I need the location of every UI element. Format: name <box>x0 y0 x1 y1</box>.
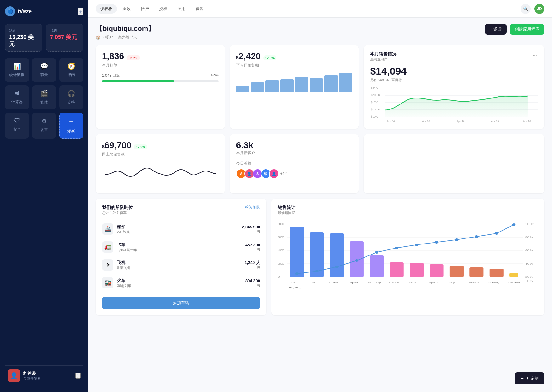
fleet-title: 我们的船队吨位 <box>102 205 133 210</box>
progress-pct-text: 62% <box>211 73 219 78</box>
heroes-avatars: A 👤 S 碩 👤 +42 <box>236 169 353 179</box>
sales-chart-card: 销售统计 最畅销国家 ··· 800 600 400 200 0 100% <box>271 199 544 315</box>
svg-point-44 <box>315 270 318 272</box>
fleet-link[interactable]: 检阅舰队 <box>245 205 260 210</box>
svg-text:Russia: Russia <box>469 281 479 284</box>
total-label: 网上总销售额 <box>102 152 219 157</box>
stats-grid: 1,836 ↓2.2% 本月订单 1,048 目标 62% <box>96 45 544 129</box>
calc-icon: 🖩 <box>14 90 20 97</box>
customize-label: ✦ 定制 <box>526 376 539 381</box>
svg-point-48 <box>395 247 398 249</box>
tab-pages[interactable]: 页数 <box>118 4 135 14</box>
sales-title-area: 销售统计 最畅销国家 <box>278 205 295 219</box>
breadcrumb-current: 奥弗维耶夫 <box>118 35 137 40</box>
page-title: 【biqubiqu.com】 <box>96 24 155 33</box>
progress-goal: 1,048 目标 <box>102 73 120 78</box>
svg-point-50 <box>435 241 438 244</box>
avg-prefix: $ <box>236 55 239 60</box>
svg-text:20%: 20% <box>525 275 533 278</box>
truck-sub: 1,460 辆卡车 <box>117 248 242 252</box>
create-app-button[interactable]: 创建应用程序 <box>510 24 544 35</box>
truck-icon: 🚛 <box>102 241 113 253</box>
sidebar-item-settings[interactable]: ⚙ 设置 <box>32 113 56 139</box>
bar-3 <box>265 80 279 92</box>
budget-label: 预算 <box>9 28 38 33</box>
tab-resources[interactable]: 资源 <box>191 4 208 14</box>
svg-text:$24K: $24K <box>371 86 378 89</box>
svg-point-53 <box>495 232 498 235</box>
calc-label: 计算器 <box>11 99 23 105</box>
svg-text:Apr 10: Apr 10 <box>457 120 465 123</box>
svg-text:Norway: Norway <box>488 281 500 284</box>
invite-button[interactable]: + 邀请 <box>485 24 507 35</box>
train-value: 804,300 吨 <box>245 278 260 288</box>
add-vehicle-button[interactable]: 添加车辆 <box>102 297 260 309</box>
sidebar-item-media[interactable]: 🎬 媒体 <box>32 85 56 109</box>
svg-rect-39 <box>450 266 464 277</box>
page-actions: + 邀请 创建应用程序 <box>485 24 544 35</box>
tab-apps[interactable]: 应用 <box>173 4 190 14</box>
heroes-label: 今日英雄 <box>236 161 353 166</box>
monthly-card: 本月销售情况 全渠道用户 ··· $14,094 另有 $48,346 至目标 … <box>364 45 544 129</box>
support-label: 支持 <box>67 100 75 105</box>
svg-text:80%: 80% <box>525 236 533 239</box>
plane-sub: 8 架飞机 <box>117 266 241 270</box>
sidebar-item-support[interactable]: 🎧 支持 <box>59 85 83 109</box>
sidebar-item-calc[interactable]: 🖩 计算器 <box>5 85 29 109</box>
breadcrumb-account[interactable]: 帐户 <box>105 35 113 40</box>
sidebar-item-security[interactable]: 🛡 安全 <box>5 113 29 139</box>
ship-icon: 🚢 <box>102 223 113 235</box>
svg-text:$20.5K: $20.5K <box>371 93 381 97</box>
svg-rect-42 <box>509 273 518 277</box>
sidebar-item-stats[interactable]: 📊 统计数据 <box>5 58 29 82</box>
budget-value: 13,230 美元 <box>9 34 38 48</box>
avg-badge: ↑2.6% <box>263 55 277 60</box>
tab-account[interactable]: 帐户 <box>136 4 153 14</box>
tab-auth[interactable]: 授权 <box>155 4 172 14</box>
support-icon: 🎧 <box>67 90 75 97</box>
bar-5 <box>295 77 309 92</box>
svg-text:France: France <box>388 281 399 284</box>
nav-tabs: 仪表板 页数 帐户 授权 应用 资源 <box>96 4 208 14</box>
sales-more-button[interactable]: ··· <box>532 205 538 213</box>
tab-dashboard[interactable]: 仪表板 <box>96 4 117 14</box>
fleet-item-truck: 🚛 卡车 1,460 辆卡车 457,200 吨 <box>102 238 260 256</box>
media-icon: 🎬 <box>40 90 48 97</box>
sidebar-item-chat[interactable]: 💬 聊天 <box>32 58 56 82</box>
hero-e: 👤 <box>269 169 279 179</box>
search-button[interactable]: 🔍 <box>521 4 531 14</box>
customize-button[interactable]: ✦ ✦ 定制 <box>515 372 544 384</box>
orders-card: 1,836 ↓2.2% 本月订单 1,048 目标 62% <box>96 45 225 129</box>
sidebar-item-add[interactable]: + 添新 <box>59 113 83 139</box>
svg-text:200: 200 <box>278 262 284 265</box>
truck-info: 卡车 1,460 辆卡车 <box>117 242 242 252</box>
settings-label: 设置 <box>40 127 48 132</box>
wave-chart <box>102 162 219 187</box>
progress-label: 1,048 目标 62% <box>102 73 219 78</box>
sidebar-item-guide[interactable]: 🧭 指南 <box>59 58 83 82</box>
avg-value-row: $2,420 ↑2.6% <box>236 51 353 61</box>
svg-point-43 <box>295 272 299 275</box>
svg-text:Apr 13: Apr 13 <box>491 120 499 123</box>
svg-rect-38 <box>430 264 443 277</box>
user-menu-button[interactable]: ⋮ <box>75 373 81 379</box>
expense-label: 花费 <box>50 28 79 33</box>
sidebar-header: 🔵 blaze ⊞ <box>5 6 83 16</box>
bar-4 <box>280 79 294 92</box>
sales-chart-title: 销售统计 <box>278 205 295 210</box>
monthly-more-button[interactable]: ··· <box>532 51 538 59</box>
heroes-count: +42 <box>280 171 287 176</box>
svg-text:0%: 0% <box>527 279 533 283</box>
fleet-card: 我们的船队吨位 总计 1,247 辆车 检阅舰队 🚢 船舶 234艘舰 2,34… <box>96 199 266 315</box>
header-settings-button[interactable]: ⊞ <box>78 8 83 15</box>
ship-name: 船舶 <box>117 224 238 230</box>
svg-text:Japan: Japan <box>349 281 358 284</box>
monthly-title: 本月销售情况 <box>370 51 396 57</box>
avg-sales-card: $2,420 ↑2.6% 平均日销售额 <box>230 45 359 129</box>
svg-text:$17K: $17K <box>371 101 378 104</box>
monthly-title-area: 本月销售情况 全渠道用户 <box>370 51 396 64</box>
bar-8 <box>339 73 353 92</box>
svg-text:Canada: Canada <box>508 281 520 284</box>
nav-grid: 📊 统计数据 💬 聊天 🧭 指南 🖩 计算器 🎬 媒体 🎧 支持 🛡 安全 ⚙ <box>5 58 83 139</box>
sales-chart-subtitle: 最畅销国家 <box>278 210 295 215</box>
